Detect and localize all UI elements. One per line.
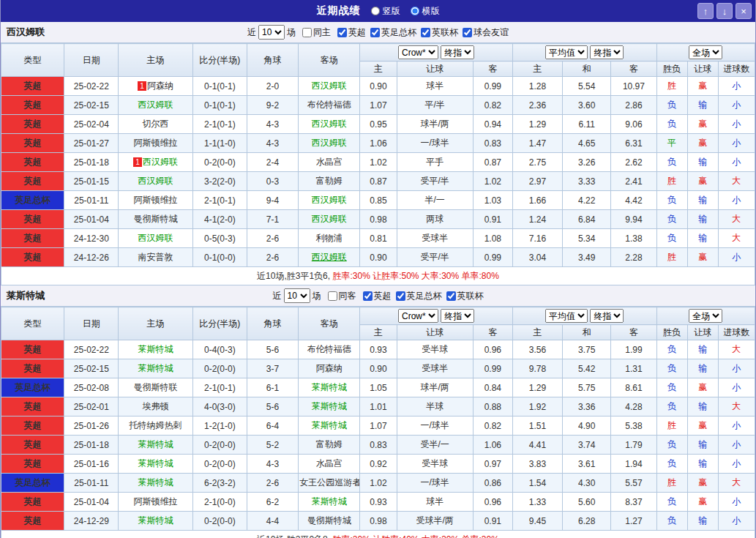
league-filter-checkbox[interactable] xyxy=(363,291,373,301)
away-team-cell[interactable]: 莱斯特城 xyxy=(299,397,360,416)
away-team-name[interactable]: 曼彻斯特城 xyxy=(307,515,351,526)
away-team-cell[interactable]: 布伦特福德 xyxy=(299,96,360,115)
away-team-name[interactable]: 布伦特福德 xyxy=(307,344,351,354)
home-team-cell[interactable]: 西汉姆联 xyxy=(119,172,192,191)
away-team-name[interactable]: 西汉姆联 xyxy=(312,119,347,129)
away-team-cell[interactable]: 莱斯特城 xyxy=(299,416,360,436)
away-team-cell[interactable]: 西汉姆联 xyxy=(299,210,360,229)
final-index-select[interactable]: 终指 xyxy=(590,309,624,323)
same-venue-filter[interactable]: 同客 xyxy=(328,290,356,302)
home-team-cell[interactable]: 1阿森纳 xyxy=(119,77,192,96)
home-team-name[interactable]: 西汉姆联 xyxy=(143,157,178,167)
home-team-cell[interactable]: 莱斯特城 xyxy=(119,340,192,359)
home-team-name[interactable]: 阿斯顿维拉 xyxy=(134,195,178,205)
away-team-cell[interactable]: 西汉姆联 xyxy=(299,134,360,153)
home-team-name[interactable]: 西汉姆联 xyxy=(138,176,173,186)
bookmaker-select[interactable]: Crow* xyxy=(398,309,438,323)
same-venue-filter[interactable]: 同主 xyxy=(302,26,331,39)
home-team-name[interactable]: 莱斯特城 xyxy=(138,439,173,449)
layout-vertical-option[interactable]: 竖版 xyxy=(371,5,400,18)
home-team-name[interactable]: 莱斯特城 xyxy=(138,477,173,487)
home-team-name[interactable]: 莱斯特城 xyxy=(138,363,173,373)
home-team-name[interactable]: 曼彻斯特城 xyxy=(134,214,178,224)
bookmaker-select[interactable]: Crow* xyxy=(398,45,438,59)
average-select[interactable]: 平均值 xyxy=(545,45,588,59)
away-team-cell[interactable]: 莱斯特城 xyxy=(299,493,360,512)
home-team-cell[interactable]: 阿斯顿维拉 xyxy=(119,191,192,210)
home-team-name[interactable]: 西汉姆联 xyxy=(138,100,173,110)
home-team-name[interactable]: 曼彻斯特联 xyxy=(134,382,178,392)
home-team-name[interactable]: 莱斯特城 xyxy=(138,515,173,526)
away-team-name[interactable]: 西汉姆联 xyxy=(312,214,347,224)
league-filter[interactable]: 英联杯 xyxy=(421,26,458,39)
league-filter-checkbox[interactable] xyxy=(337,28,347,37)
away-team-name[interactable]: 西汉姆联 xyxy=(312,138,347,148)
league-filter-checkbox[interactable] xyxy=(396,291,405,301)
final-index-select[interactable]: 终指 xyxy=(441,45,474,59)
horizontal-radio[interactable] xyxy=(411,7,419,15)
away-team-name[interactable]: 莱斯特城 xyxy=(312,496,347,507)
home-team-cell[interactable]: 莱斯特城 xyxy=(119,474,192,493)
home-team-name[interactable]: 南安普敦 xyxy=(138,252,173,262)
home-team-cell[interactable]: 西汉姆联 xyxy=(119,229,192,248)
home-team-name[interactable]: 莱斯特城 xyxy=(138,344,173,354)
away-team-name[interactable]: 水晶宫 xyxy=(316,157,343,167)
close-button[interactable]: × xyxy=(736,3,752,19)
away-team-name[interactable]: 富勒姆 xyxy=(316,439,343,449)
away-team-cell[interactable]: 水晶宫 xyxy=(299,455,360,474)
home-team-cell[interactable]: 1西汉姆联 xyxy=(119,153,192,172)
final-index-select[interactable]: 终指 xyxy=(590,45,624,59)
away-team-cell[interactable]: 女王公园巡游者 xyxy=(299,474,360,493)
scroll-up-button[interactable]: ↑ xyxy=(697,3,714,19)
league-filter[interactable]: 英超 xyxy=(337,26,366,39)
home-team-cell[interactable]: 西汉姆联 xyxy=(119,96,192,115)
away-team-cell[interactable]: 阿森纳 xyxy=(299,359,360,378)
home-team-cell[interactable]: 莱斯特城 xyxy=(119,359,192,378)
away-team-cell[interactable]: 西汉姆联 xyxy=(299,115,360,134)
away-team-name[interactable]: 富勒姆 xyxy=(316,176,343,186)
home-team-name[interactable]: 莱斯特城 xyxy=(138,458,173,468)
away-team-cell[interactable]: 富勒姆 xyxy=(299,172,360,191)
away-team-cell[interactable]: 水晶宫 xyxy=(299,153,360,172)
league-filter[interactable]: 英超 xyxy=(363,290,392,302)
away-team-name[interactable]: 莱斯特城 xyxy=(312,382,347,392)
away-team-name[interactable]: 西汉姆联 xyxy=(312,252,347,262)
away-team-cell[interactable]: 西汉姆联 xyxy=(299,77,360,96)
home-team-name[interactable]: 阿斯顿维拉 xyxy=(134,496,178,507)
away-team-cell[interactable]: 富勒姆 xyxy=(299,436,360,455)
home-team-name[interactable]: 切尔西 xyxy=(143,119,169,129)
home-team-cell[interactable]: 曼彻斯特城 xyxy=(119,210,192,229)
league-filter[interactable]: 球会友谊 xyxy=(463,26,509,39)
away-team-name[interactable]: 女王公园巡游者 xyxy=(299,477,360,487)
average-select[interactable]: 平均值 xyxy=(545,309,588,323)
home-team-cell[interactable]: 阿斯顿维拉 xyxy=(119,493,192,512)
league-filter-checkbox[interactable] xyxy=(370,28,380,37)
home-team-name[interactable]: 阿斯顿维拉 xyxy=(134,138,178,148)
home-team-cell[interactable]: 南安普敦 xyxy=(119,248,192,267)
final-index-select[interactable]: 终指 xyxy=(441,309,474,323)
league-filter[interactable]: 英足总杯 xyxy=(370,26,416,39)
league-filter-checkbox[interactable] xyxy=(446,291,456,301)
home-team-name[interactable]: 埃弗顿 xyxy=(143,401,169,411)
league-filter-checkbox[interactable] xyxy=(421,28,430,37)
match-count-select[interactable]: 10 xyxy=(258,25,285,40)
home-team-name[interactable]: 托特纳姆热刺 xyxy=(130,420,182,430)
home-team-cell[interactable]: 切尔西 xyxy=(119,115,192,134)
away-team-name[interactable]: 布伦特福德 xyxy=(307,100,351,110)
away-team-cell[interactable]: 莱斯特城 xyxy=(299,378,360,397)
away-team-cell[interactable]: 西汉姆联 xyxy=(299,248,360,267)
home-team-cell[interactable]: 莱斯特城 xyxy=(119,512,192,531)
same-venue-checkbox-input[interactable] xyxy=(302,28,312,37)
home-team-cell[interactable]: 阿斯顿维拉 xyxy=(119,134,192,153)
league-filter[interactable]: 英足总杯 xyxy=(396,290,442,302)
vertical-radio[interactable] xyxy=(371,7,380,15)
away-team-name[interactable]: 西汉姆联 xyxy=(312,81,347,91)
away-team-cell[interactable]: 曼彻斯特城 xyxy=(299,512,360,531)
home-team-cell[interactable]: 托特纳姆热刺 xyxy=(119,416,192,436)
league-filter[interactable]: 英联杯 xyxy=(446,290,484,302)
home-team-name[interactable]: 西汉姆联 xyxy=(138,233,173,243)
home-team-cell[interactable]: 曼彻斯特联 xyxy=(119,378,192,397)
away-team-name[interactable]: 水晶宫 xyxy=(316,458,343,468)
away-team-cell[interactable]: 利物浦 xyxy=(299,229,360,248)
scroll-down-button[interactable]: ↓ xyxy=(716,3,733,19)
